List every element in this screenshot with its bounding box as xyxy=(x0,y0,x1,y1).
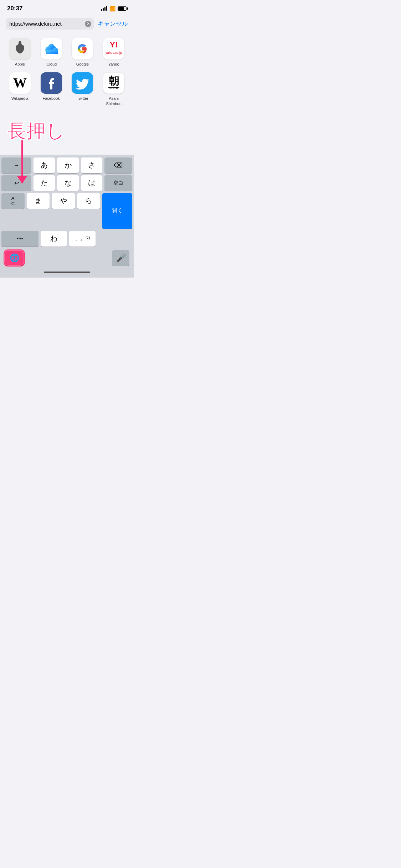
apple-label: Apple xyxy=(15,62,25,67)
svg-text:yahoo.co.jp: yahoo.co.jp xyxy=(106,51,122,55)
wikipedia-logo-svg: W xyxy=(9,72,31,94)
bookmark-icloud[interactable]: iCloud xyxy=(37,38,66,67)
icloud-label: iCloud xyxy=(46,62,57,67)
svg-point-1 xyxy=(19,41,21,45)
asahi-label: AsahiShimbun xyxy=(106,96,121,106)
apple-logo-svg xyxy=(9,38,31,60)
svg-text:Y!: Y! xyxy=(110,40,118,49)
cancel-button[interactable]: キャンセル xyxy=(98,20,128,28)
key-ya[interactable]: や xyxy=(52,193,75,209)
icloud-icon xyxy=(41,38,62,60)
key-wa[interactable]: わ xyxy=(41,231,67,247)
facebook-label: Facebook xyxy=(42,96,60,101)
key-kana-sym[interactable]: 〜 xyxy=(1,231,38,247)
twitter-logo-svg xyxy=(72,72,93,94)
key-ka[interactable]: か xyxy=(57,157,78,173)
google-logo-svg: G xyxy=(72,38,93,60)
home-indicator xyxy=(44,272,90,273)
key-na[interactable]: な xyxy=(57,175,78,191)
key-abc[interactable]: AC xyxy=(1,193,25,209)
yahoo-icon: Y! yahoo.co.jp xyxy=(103,38,124,60)
wifi-icon: 📶 xyxy=(109,6,115,11)
bookmark-wikipedia[interactable]: W Wikipedia xyxy=(6,72,34,106)
key-a[interactable]: あ xyxy=(34,157,55,173)
svg-point-7 xyxy=(48,44,54,50)
status-time: 20:37 xyxy=(7,5,22,12)
apple-icon xyxy=(9,38,31,60)
bookmark-yahoo[interactable]: Y! yahoo.co.jp Yahoo xyxy=(99,38,128,67)
twitter-icon xyxy=(72,72,93,94)
key-punctuation[interactable]: 、。?! xyxy=(69,231,96,247)
url-bar[interactable]: https://www.dekiru.net ✕ xyxy=(6,18,94,30)
key-emoji-globe[interactable]: 🌐 xyxy=(4,250,24,266)
bookmark-twitter[interactable]: Twitter xyxy=(68,72,97,106)
keyboard-bottom-bar: 🌐 🎤 xyxy=(1,249,132,268)
wikipedia-icon: W xyxy=(9,72,31,94)
keyboard-row-4: 〜 わ 、。?! xyxy=(1,231,132,247)
yahoo-label: Yahoo xyxy=(108,62,119,67)
key-ra[interactable]: ら xyxy=(77,193,100,209)
key-open[interactable]: 開く xyxy=(102,193,132,229)
url-clear-button[interactable]: ✕ xyxy=(85,21,91,27)
bookmark-asahi[interactable]: 朝 DIGITAL AsahiShimbun xyxy=(99,72,128,106)
key-space[interactable]: 空白 xyxy=(104,175,132,191)
facebook-logo-svg xyxy=(41,72,62,94)
status-bar: 20:37 📶 xyxy=(0,0,134,15)
annotation-arrow xyxy=(17,140,27,184)
yahoo-logo-svg: Y! yahoo.co.jp xyxy=(103,38,124,60)
key-ma[interactable]: ま xyxy=(27,193,50,209)
svg-text:朝: 朝 xyxy=(109,75,119,87)
asahi-icon: 朝 DIGITAL xyxy=(103,72,124,94)
svg-text:W: W xyxy=(13,75,27,90)
bookmark-facebook[interactable]: Facebook xyxy=(37,72,66,106)
key-sa[interactable]: さ xyxy=(81,157,102,173)
keyboard-row-3: AC ま や ら 開く xyxy=(1,193,132,229)
asahi-logo-svg: 朝 DIGITAL xyxy=(103,72,124,94)
home-indicator-row xyxy=(0,269,134,278)
url-bar-container: https://www.dekiru.net ✕ キャンセル xyxy=(0,15,134,32)
twitter-label: Twitter xyxy=(77,96,88,101)
bookmark-apple[interactable]: Apple xyxy=(6,38,34,67)
icloud-logo-svg xyxy=(41,38,62,60)
wikipedia-label: Wikipedia xyxy=(11,96,29,101)
svg-rect-6 xyxy=(46,50,58,54)
url-text: https://www.dekiru.net xyxy=(9,21,62,27)
google-label: Google xyxy=(76,62,89,67)
key-backspace[interactable]: ⌫ xyxy=(104,157,132,173)
facebook-icon xyxy=(41,72,62,94)
annotation-area: 長押し xyxy=(0,112,134,155)
bookmark-google[interactable]: G Google xyxy=(68,38,97,67)
key-ta[interactable]: た xyxy=(34,175,55,191)
battery-icon xyxy=(118,6,127,11)
bookmarks-grid: Apple xyxy=(6,38,128,106)
annotation-text: 長押し xyxy=(7,119,65,144)
status-icons: 📶 xyxy=(101,6,127,11)
signal-icon xyxy=(101,6,107,11)
svg-text:DIGITAL: DIGITAL xyxy=(109,87,119,90)
google-icon: G xyxy=(72,38,93,60)
bookmarks-section: Apple xyxy=(0,32,134,112)
key-ha[interactable]: は xyxy=(81,175,102,191)
key-mic[interactable]: 🎤 xyxy=(112,250,129,266)
